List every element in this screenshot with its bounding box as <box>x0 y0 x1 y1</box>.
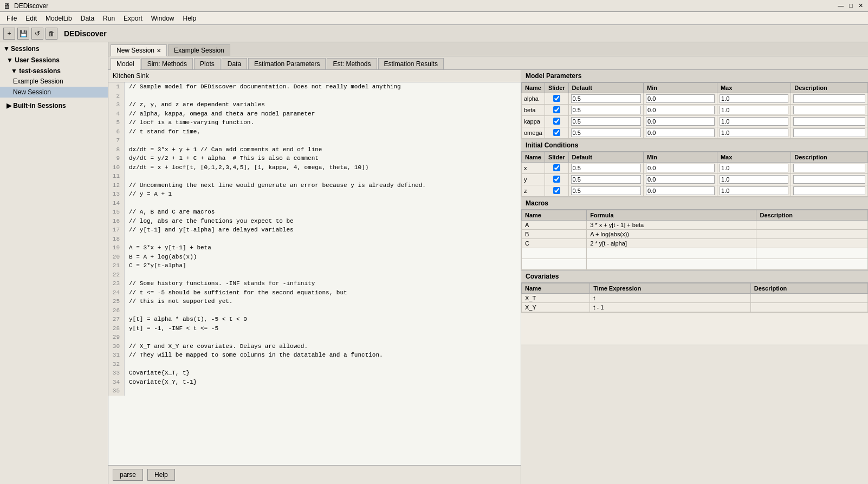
min-input[interactable] <box>646 117 715 126</box>
ic-default[interactable] <box>568 185 644 197</box>
ic-description[interactable] <box>791 163 868 174</box>
menu-window[interactable]: Window <box>147 14 179 23</box>
maximize-button[interactable]: □ <box>847 2 854 9</box>
sidebar-item-new-session[interactable]: New Session <box>0 87 108 98</box>
ic-slider[interactable] <box>545 174 568 185</box>
minimize-button[interactable]: — <box>836 2 845 9</box>
default-input[interactable] <box>571 106 642 114</box>
sub-tab-model[interactable]: Model <box>111 58 140 70</box>
param-description[interactable] <box>791 105 868 116</box>
slider-checkbox[interactable] <box>553 129 560 136</box>
description-input[interactable] <box>793 117 865 126</box>
max-input[interactable] <box>720 128 788 137</box>
param-default[interactable] <box>568 116 644 127</box>
param-min[interactable] <box>644 93 717 105</box>
slider-checkbox[interactable] <box>553 187 560 194</box>
sidebar-item-example-session[interactable]: Example Session <box>0 76 108 87</box>
max-input[interactable] <box>720 117 788 126</box>
param-default[interactable] <box>568 105 644 116</box>
ic-max[interactable] <box>717 163 791 174</box>
param-default[interactable] <box>568 127 644 139</box>
default-input[interactable] <box>571 164 642 172</box>
sub-tab-data[interactable]: Data <box>222 58 247 69</box>
param-default[interactable] <box>568 93 644 105</box>
description-input[interactable] <box>793 128 865 137</box>
menu-help[interactable]: Help <box>178 14 200 23</box>
max-input[interactable] <box>720 94 788 103</box>
param-description[interactable] <box>791 127 868 139</box>
window-controls[interactable]: — □ ✕ <box>836 2 865 9</box>
ic-max[interactable] <box>717 174 791 185</box>
built-in-sessions-label[interactable]: ▶ Built-in Sessions <box>0 101 108 111</box>
param-slider[interactable] <box>545 116 568 127</box>
max-input[interactable] <box>720 106 788 114</box>
menu-file[interactable]: File <box>2 14 21 23</box>
ic-max[interactable] <box>717 185 791 197</box>
param-max[interactable] <box>717 93 791 105</box>
default-input[interactable] <box>571 175 642 184</box>
default-input[interactable] <box>571 186 642 195</box>
param-max[interactable] <box>717 105 791 116</box>
ic-description[interactable] <box>791 185 868 197</box>
ic-slider[interactable] <box>545 163 568 174</box>
ic-slider[interactable] <box>545 185 568 197</box>
sessions-header[interactable]: ▼ Sessions <box>0 43 108 54</box>
sub-tab-plots[interactable]: Plots <box>194 58 221 69</box>
help-button[interactable]: Help <box>147 469 175 481</box>
ic-min[interactable] <box>644 185 717 197</box>
close-button[interactable]: ✕ <box>857 2 865 9</box>
min-input[interactable] <box>646 128 715 137</box>
min-input[interactable] <box>646 175 715 184</box>
min-input[interactable] <box>646 186 715 195</box>
new-button[interactable]: + <box>3 28 15 40</box>
user-sessions-label[interactable]: ▼ User Sessions <box>0 55 108 65</box>
slider-checkbox[interactable] <box>553 118 560 125</box>
slider-checkbox[interactable] <box>553 95 560 102</box>
slider-checkbox[interactable] <box>553 106 560 113</box>
ic-min[interactable] <box>644 174 717 185</box>
menu-run[interactable]: Run <box>99 14 119 23</box>
tab-example-session[interactable]: Example Session <box>168 44 230 56</box>
parse-button[interactable]: parse <box>113 469 143 481</box>
save-button[interactable]: 💾 <box>17 28 29 40</box>
menu-edit[interactable]: Edit <box>21 14 41 23</box>
menu-data[interactable]: Data <box>76 14 99 23</box>
param-max[interactable] <box>717 127 791 139</box>
description-input[interactable] <box>793 94 865 103</box>
param-slider[interactable] <box>545 105 568 116</box>
min-input[interactable] <box>646 164 715 172</box>
ic-min[interactable] <box>644 163 717 174</box>
sub-tab-estimation-parameters[interactable]: Estimation Parameters <box>248 58 326 69</box>
min-input[interactable] <box>646 94 715 103</box>
tab-new-session[interactable]: New Session ✕ <box>111 44 167 56</box>
ic-default[interactable] <box>568 163 644 174</box>
menu-export[interactable]: Export <box>119 14 147 23</box>
test-sessions-label[interactable]: ▼ test-sessions <box>0 66 108 76</box>
max-input[interactable] <box>720 175 788 184</box>
max-input[interactable] <box>720 186 788 195</box>
tab-new-session-close[interactable]: ✕ <box>157 48 161 54</box>
param-min[interactable] <box>644 105 717 116</box>
sub-tab-estimation-results[interactable]: Estimation Results <box>378 58 444 69</box>
default-input[interactable] <box>571 117 642 126</box>
default-input[interactable] <box>571 128 642 137</box>
max-input[interactable] <box>720 164 788 172</box>
refresh-button[interactable]: ↺ <box>31 28 43 40</box>
param-description[interactable] <box>791 93 868 105</box>
description-input[interactable] <box>793 106 865 114</box>
menu-modellib[interactable]: ModelLib <box>41 14 76 23</box>
param-min[interactable] <box>644 127 717 139</box>
description-input[interactable] <box>793 175 865 184</box>
ic-default[interactable] <box>568 174 644 185</box>
param-min[interactable] <box>644 116 717 127</box>
param-slider[interactable] <box>545 127 568 139</box>
slider-checkbox[interactable] <box>553 164 560 171</box>
sub-tab-est-methods[interactable]: Est: Methods <box>327 58 377 69</box>
description-input[interactable] <box>793 186 865 195</box>
default-input[interactable] <box>571 94 642 103</box>
slider-checkbox[interactable] <box>553 176 560 183</box>
min-input[interactable] <box>646 106 715 114</box>
param-description[interactable] <box>791 116 868 127</box>
sub-tab-sim-methods[interactable]: Sim: Methods <box>141 58 193 69</box>
description-input[interactable] <box>793 164 865 172</box>
